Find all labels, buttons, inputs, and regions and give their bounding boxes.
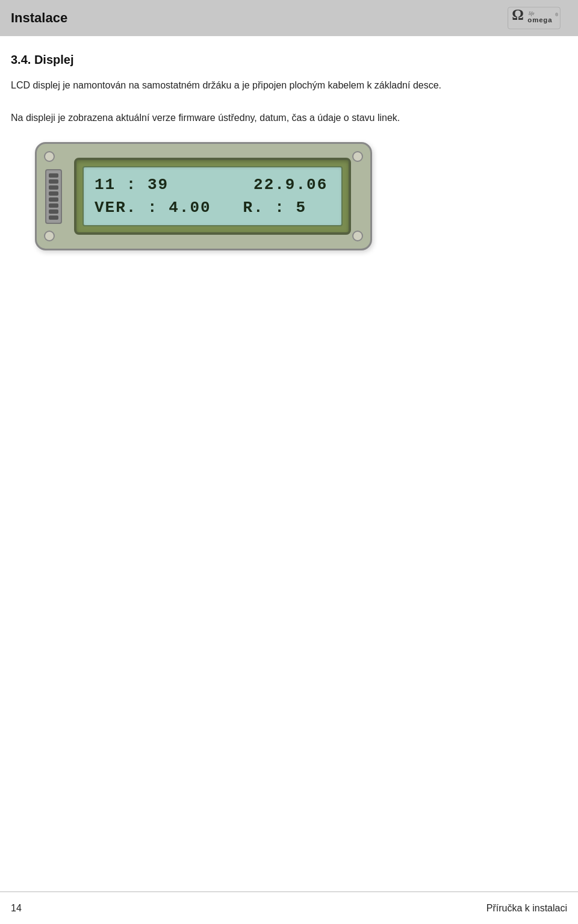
main-content: 3.4. Displej LCD displej je namontován n… bbox=[0, 36, 578, 299]
connector-slots bbox=[45, 169, 62, 224]
section-paragraph-2: Na displeji je zobrazena aktuální verze … bbox=[11, 110, 535, 126]
slot-7 bbox=[49, 209, 58, 214]
slot-2 bbox=[49, 179, 58, 184]
lcd-line-1: 11 : 39 22.9.06 bbox=[95, 176, 331, 194]
screw-bottom-left bbox=[44, 231, 55, 241]
lcd-screen-inner: 11 : 39 22.9.06 VER. : 4.00 R. : 5 bbox=[82, 166, 343, 226]
device-body: 11 : 39 22.9.06 VER. : 4.00 R. : 5 bbox=[35, 142, 372, 250]
screw-top-right bbox=[352, 151, 363, 162]
footer-page-number: 14 bbox=[11, 903, 22, 914]
lcd-line-2: VER. : 4.00 R. : 5 bbox=[95, 199, 331, 217]
page-header-title: Instalace bbox=[11, 10, 67, 26]
svg-text:®: ® bbox=[555, 13, 558, 17]
slot-3 bbox=[49, 185, 58, 190]
section-paragraph-1: LCD displej je namontován na samostatném… bbox=[11, 78, 535, 93]
screw-top-left bbox=[44, 151, 55, 162]
omega-logo: Ω life omega ® bbox=[501, 3, 567, 33]
footer: 14 Příručka k instalaci bbox=[0, 891, 578, 924]
header-bar: Instalace Ω life omega ® bbox=[0, 0, 578, 36]
svg-text:Ω: Ω bbox=[512, 7, 524, 23]
slot-5 bbox=[49, 197, 58, 202]
slot-1 bbox=[49, 173, 58, 178]
slot-4 bbox=[49, 191, 58, 196]
slot-6 bbox=[49, 203, 58, 208]
footer-document-title: Příručka k instalaci bbox=[486, 903, 567, 914]
section-heading: 3.4. Displej bbox=[11, 53, 567, 67]
lcd-screen-outer: 11 : 39 22.9.06 VER. : 4.00 R. : 5 bbox=[74, 158, 351, 235]
device-illustration: 11 : 39 22.9.06 VER. : 4.00 R. : 5 bbox=[35, 142, 567, 250]
slot-8 bbox=[49, 215, 58, 220]
screw-bottom-right bbox=[352, 231, 363, 241]
svg-text:omega: omega bbox=[527, 16, 552, 23]
left-connector bbox=[45, 169, 62, 224]
